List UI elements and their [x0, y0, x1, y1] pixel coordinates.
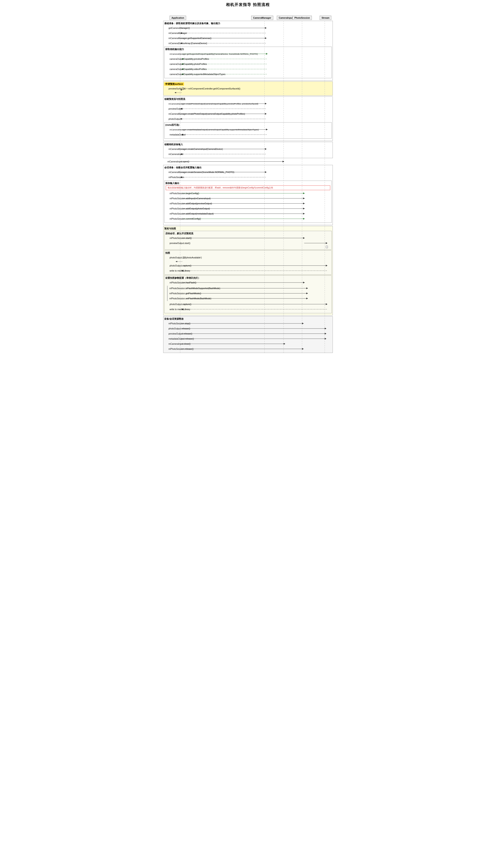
label-videoProfiles: cameraOutputCapability.videoProfiles	[170, 68, 207, 71]
row-writeMedia1: write to mediaLibrary	[165, 268, 331, 273]
svg-marker-55	[303, 208, 305, 210]
row-createCamInput: mCameraManager.createCameraInput(CameraD…	[164, 146, 332, 152]
arrow-previewOutput	[164, 106, 332, 111]
label-metaRelease: metadataOutput.release()	[169, 338, 194, 340]
row-hasFlash: mPhotoSession.hasFlash()	[165, 280, 331, 285]
row-getsupported: mCameraManager.getSupportedCameras()	[164, 36, 332, 41]
row-getFlash: mPhotoSession.getFlashMode()	[169, 291, 331, 296]
section-add-output: 添加输入输出 每次添加/移除输入输出时，均需要重新进行配置，即add，remov…	[164, 181, 332, 223]
lifeline-stream: Stream	[320, 16, 331, 20]
arrow-surface-return	[164, 91, 332, 94]
label-previewRelease: previewOutput.release()	[169, 332, 192, 335]
section-surface: 申请预览surface previewSurfaceId = mXCompone…	[163, 81, 333, 96]
label-createCamInput: mCameraManager.createCameraInput(CameraD…	[169, 148, 223, 150]
page-title: 相机开发指导 拍照流程	[163, 2, 333, 7]
row-mCameraInput: mCameraInput	[164, 152, 332, 157]
label-addInput: mPhotoSession.addInput(mCameraInput)	[170, 197, 211, 200]
row-camInputClose: mCameraInput.close()	[164, 341, 332, 346]
svg-marker-6	[265, 27, 267, 29]
row-addMeta: mPhotoSession.addOutput(metadataOutput)	[165, 211, 331, 216]
section-surface-title: 申请预览surface	[164, 82, 332, 86]
row-previewProfiles: cameraOutputCapability.previewProfiles	[165, 57, 331, 61]
row-createSession: mCameraManager.createSession(SceneMode.N…	[164, 170, 332, 175]
row-writeMedia2: write to mediaLibrary	[165, 307, 331, 312]
svg-marker-72	[303, 282, 305, 283]
section-release: 设备/会话资源释放 mPhotoSession.stop() photoOutp…	[163, 316, 333, 353]
label-mCameraInput: mCameraInput	[169, 153, 183, 155]
svg-marker-86	[325, 328, 326, 329]
lifeline-cmgr: CameraManager	[251, 16, 273, 20]
arrow-photoOutput	[164, 117, 332, 122]
row-photoOutput: photoOutput	[164, 117, 332, 122]
svg-marker-39	[265, 148, 267, 150]
section-capability-title: 获取相机输出能力	[165, 48, 331, 51]
label-sessRelease: mPhotoSession.release()	[169, 347, 193, 350]
row-beginConfig: mPhotoSession.beginConfig()	[165, 191, 331, 196]
warn-note: 每次添加/移除输入输出时，均需要重新进行配置，即add，remove操作均需要在…	[166, 185, 330, 190]
svg-marker-94	[302, 348, 304, 350]
section-session-title: 会话准备：创建会话并配置输入输出	[164, 166, 332, 169]
arrow-mPhotoSession	[164, 175, 332, 180]
section-camera-input: 创建相机设备输入 mCameraManager.createCameraInpu…	[163, 142, 333, 158]
section-create-streams-title: 创建预览流与拍照流	[164, 97, 332, 101]
lifeline-app: Application	[170, 16, 186, 20]
section-release-title: 设备/会话资源释放	[164, 317, 332, 321]
section-init: 基础准备：获取相机管理对象以及设备对象、输出能力 getCameraManage…	[163, 21, 333, 80]
row-createPreviewOut: mCameraManager.createPreviewOutput(camer…	[164, 101, 332, 106]
row-previewStart: previewOutput.start()	[165, 241, 331, 246]
row-createMetaOut: mCameraManager.createMetadataOutput(came…	[165, 127, 331, 132]
row-metadataOutput: metadataOutput	[165, 132, 331, 137]
section-start-title: 启动会话，默认开启预览流	[165, 232, 331, 235]
section-camera-input-title: 创建相机设备输入	[164, 143, 332, 146]
label-setFlash: mPhotoSession.setFlashMode(flashMode)	[169, 297, 211, 300]
row-createPhotoOut: mCameraManager.createPhotoOutput(cameraO…	[164, 111, 332, 117]
label-createPreviewOut: mCameraManager.createPreviewOutput(camer…	[169, 103, 258, 105]
section-session: 会话准备：创建会话并配置输入输出 mCameraManager.createSe…	[163, 165, 333, 225]
svg-marker-35	[266, 129, 268, 130]
label-hasFlash: mPhotoSession.hasFlash()	[170, 281, 196, 284]
svg-marker-27	[265, 103, 267, 105]
label-createSession: mCameraManager.createSession(SceneMode.N…	[169, 171, 234, 173]
row-commitConfig: mPhotoSession.commitConfig()	[165, 216, 331, 221]
label-getSuppOut: mCameraManager.getSupportedOutputCapabil…	[170, 53, 258, 55]
label-photoProfiles: cameraOutputCapability.photoProfiles	[170, 63, 207, 65]
label-createPhotoOut: mCameraManager.createPhotoOutput(cameraO…	[169, 112, 245, 115]
optional-block: mPhotoSession.isFlashModeSupported(flash…	[167, 286, 331, 301]
row-getSuppOut: mCameraManager.getSupportedOutputCapabil…	[165, 51, 331, 57]
svg-marker-76	[306, 293, 308, 294]
label-writeMedia2: write to mediaLibrary	[170, 308, 190, 311]
label-mcammgr: mCameraManager	[169, 32, 187, 34]
row-capture1: photoOutput.capture()	[165, 263, 331, 268]
svg-marker-51	[303, 198, 305, 199]
row-previewRelease: previewOutput.release()	[164, 331, 332, 336]
label-addMeta: mPhotoSession.addOutput(metadataOutput)	[170, 212, 214, 215]
label-photoOutput: photoOutput	[169, 118, 181, 120]
section-capability: 获取相机输出能力 mCameraManager.getSupportedOutp…	[164, 47, 332, 78]
row-photoRelease: photoOutput.release()	[164, 326, 332, 331]
row-isFlashSupported: mPhotoSession.isFlashModeSupported(flash…	[169, 286, 331, 291]
row-addPhoto: mPhotoSession.addOutput(photoOutput)	[165, 206, 331, 211]
row-mcammgr: mCameraManager	[164, 31, 332, 36]
svg-marker-53	[303, 203, 305, 204]
svg-marker-84	[302, 323, 304, 324]
section-shoot-title: 拍照	[165, 251, 331, 254]
label-createMetaOut: mCameraManager.createMetadataOutput(came…	[170, 128, 259, 131]
svg-marker-59	[303, 218, 305, 220]
row-previewSurfaceId: previewSurfaceId = mXComponentController…	[164, 86, 332, 91]
row-sessionStart: mPhotoSession.start()	[165, 235, 331, 241]
label-writeMedia1: write to mediaLibrary	[170, 269, 190, 272]
row-photoOn-ret	[165, 260, 331, 263]
section-start-session: 启动会话，默认开启预览流 mPhotoSession.start() previ…	[164, 231, 332, 250]
lifeline-cinput: CameraInput	[277, 16, 295, 20]
svg-marker-57	[303, 213, 305, 215]
svg-marker-45	[265, 171, 267, 173]
svg-rect-64	[326, 246, 328, 248]
section-meta-title: (meta流可选)	[165, 123, 331, 126]
svg-marker-90	[325, 338, 326, 340]
label-previewStart: previewOutput.start()	[170, 242, 190, 244]
svg-marker-80	[326, 303, 327, 305]
svg-marker-63	[326, 242, 327, 244]
row-surface-return	[164, 91, 332, 94]
svg-marker-14	[266, 53, 268, 55]
activation-spacer	[165, 246, 331, 248]
